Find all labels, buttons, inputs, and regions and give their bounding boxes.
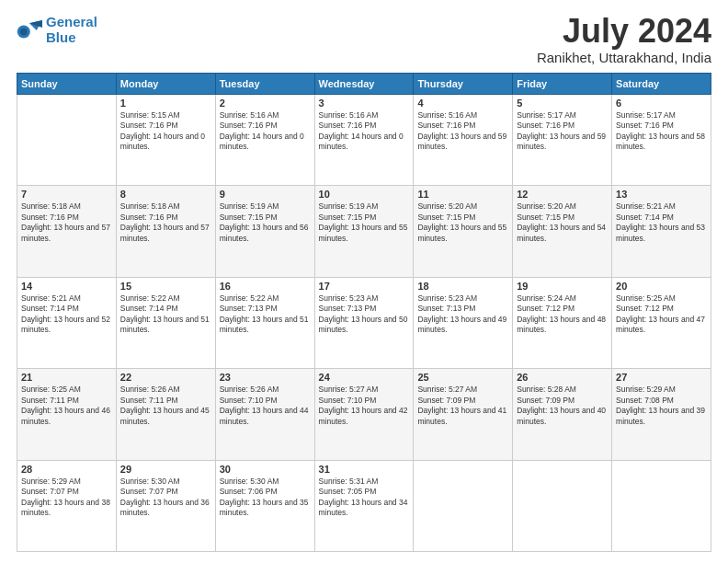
calendar-cell: 2Sunrise: 5:16 AMSunset: 7:16 PMDaylight… xyxy=(215,95,314,186)
day-info: Sunrise: 5:19 AMSunset: 7:15 PMDaylight:… xyxy=(319,201,410,244)
calendar-cell: 27Sunrise: 5:29 AMSunset: 7:08 PMDayligh… xyxy=(612,369,711,460)
calendar-cell: 9Sunrise: 5:19 AMSunset: 7:15 PMDaylight… xyxy=(215,186,314,277)
calendar-cell xyxy=(513,460,612,551)
day-info: Sunrise: 5:25 AMSunset: 7:12 PMDaylight:… xyxy=(616,293,707,336)
day-number: 31 xyxy=(319,464,410,475)
weekday-header-tuesday: Tuesday xyxy=(215,74,314,95)
day-info: Sunrise: 5:20 AMSunset: 7:15 PMDaylight:… xyxy=(517,201,608,244)
day-info: Sunrise: 5:21 AMSunset: 7:14 PMDaylight:… xyxy=(21,293,112,336)
day-info: Sunrise: 5:19 AMSunset: 7:15 PMDaylight:… xyxy=(220,201,311,244)
day-number: 30 xyxy=(220,464,311,475)
calendar-cell: 11Sunrise: 5:20 AMSunset: 7:15 PMDayligh… xyxy=(414,186,513,277)
day-info: Sunrise: 5:20 AMSunset: 7:15 PMDaylight:… xyxy=(417,201,508,244)
logo-text: General Blue xyxy=(46,15,97,45)
day-number: 27 xyxy=(616,372,707,383)
header: General Blue July 2024 Ranikhet, Uttarak… xyxy=(17,15,711,65)
calendar-cell: 21Sunrise: 5:25 AMSunset: 7:11 PMDayligh… xyxy=(17,369,117,460)
calendar-cell: 3Sunrise: 5:16 AMSunset: 7:16 PMDaylight… xyxy=(314,95,414,186)
calendar-cell: 31Sunrise: 5:31 AMSunset: 7:05 PMDayligh… xyxy=(314,460,414,551)
weekday-header-sunday: Sunday xyxy=(17,74,117,95)
day-number: 2 xyxy=(220,98,311,109)
calendar-week-row: 14Sunrise: 5:21 AMSunset: 7:14 PMDayligh… xyxy=(17,277,711,368)
calendar-cell: 29Sunrise: 5:30 AMSunset: 7:07 PMDayligh… xyxy=(116,460,215,551)
day-info: Sunrise: 5:18 AMSunset: 7:16 PMDaylight:… xyxy=(120,201,211,244)
day-number: 8 xyxy=(120,189,211,200)
calendar-cell: 12Sunrise: 5:20 AMSunset: 7:15 PMDayligh… xyxy=(513,186,612,277)
day-info: Sunrise: 5:30 AMSunset: 7:07 PMDaylight:… xyxy=(120,477,211,519)
day-number: 18 xyxy=(417,281,508,292)
calendar-cell xyxy=(414,460,513,551)
day-number: 22 xyxy=(120,372,211,383)
calendar-cell: 25Sunrise: 5:27 AMSunset: 7:09 PMDayligh… xyxy=(414,369,513,460)
day-number: 28 xyxy=(21,464,112,475)
day-number: 3 xyxy=(319,98,410,109)
day-number: 12 xyxy=(517,189,608,200)
day-info: Sunrise: 5:29 AMSunset: 7:07 PMDaylight:… xyxy=(21,477,112,519)
calendar-cell: 15Sunrise: 5:22 AMSunset: 7:14 PMDayligh… xyxy=(116,277,215,368)
day-info: Sunrise: 5:29 AMSunset: 7:08 PMDaylight:… xyxy=(616,385,707,427)
day-info: Sunrise: 5:16 AMSunset: 7:16 PMDaylight:… xyxy=(220,110,311,153)
day-number: 1 xyxy=(120,98,211,109)
calendar-cell: 7Sunrise: 5:18 AMSunset: 7:16 PMDaylight… xyxy=(17,186,117,277)
day-info: Sunrise: 5:23 AMSunset: 7:13 PMDaylight:… xyxy=(319,293,410,336)
day-info: Sunrise: 5:25 AMSunset: 7:11 PMDaylight:… xyxy=(21,385,112,427)
calendar-cell: 20Sunrise: 5:25 AMSunset: 7:12 PMDayligh… xyxy=(612,277,711,368)
location-title: Ranikhet, Uttarakhand, India xyxy=(537,50,711,65)
day-number: 7 xyxy=(21,189,112,200)
weekday-header-monday: Monday xyxy=(116,74,215,95)
day-info: Sunrise: 5:18 AMSunset: 7:16 PMDaylight:… xyxy=(21,201,112,244)
calendar-cell: 19Sunrise: 5:24 AMSunset: 7:12 PMDayligh… xyxy=(513,277,612,368)
day-number: 14 xyxy=(21,281,112,292)
day-info: Sunrise: 5:16 AMSunset: 7:16 PMDaylight:… xyxy=(319,110,410,153)
day-info: Sunrise: 5:15 AMSunset: 7:16 PMDaylight:… xyxy=(120,110,211,153)
day-number: 17 xyxy=(319,281,410,292)
calendar-cell: 22Sunrise: 5:26 AMSunset: 7:11 PMDayligh… xyxy=(116,369,215,460)
day-number: 23 xyxy=(220,372,311,383)
day-info: Sunrise: 5:22 AMSunset: 7:14 PMDaylight:… xyxy=(120,293,211,336)
calendar-week-row: 28Sunrise: 5:29 AMSunset: 7:07 PMDayligh… xyxy=(17,460,711,551)
calendar-week-row: 21Sunrise: 5:25 AMSunset: 7:11 PMDayligh… xyxy=(17,369,711,460)
weekday-header-wednesday: Wednesday xyxy=(314,74,414,95)
weekday-header-friday: Friday xyxy=(513,74,612,95)
calendar-cell: 5Sunrise: 5:17 AMSunset: 7:16 PMDaylight… xyxy=(513,95,612,186)
calendar-cell: 23Sunrise: 5:26 AMSunset: 7:10 PMDayligh… xyxy=(215,369,314,460)
day-number: 6 xyxy=(616,98,707,109)
day-number: 19 xyxy=(517,281,608,292)
calendar-cell: 4Sunrise: 5:16 AMSunset: 7:16 PMDaylight… xyxy=(414,95,513,186)
day-number: 29 xyxy=(120,464,211,475)
calendar-cell: 10Sunrise: 5:19 AMSunset: 7:15 PMDayligh… xyxy=(314,186,414,277)
calendar-cell: 13Sunrise: 5:21 AMSunset: 7:14 PMDayligh… xyxy=(612,186,711,277)
day-info: Sunrise: 5:30 AMSunset: 7:06 PMDaylight:… xyxy=(220,477,311,519)
day-number: 11 xyxy=(417,189,508,200)
calendar-cell: 16Sunrise: 5:22 AMSunset: 7:13 PMDayligh… xyxy=(215,277,314,368)
day-info: Sunrise: 5:17 AMSunset: 7:16 PMDaylight:… xyxy=(616,110,707,153)
day-number: 10 xyxy=(319,189,410,200)
weekday-header-row: SundayMondayTuesdayWednesdayThursdayFrid… xyxy=(17,74,711,95)
calendar-cell: 30Sunrise: 5:30 AMSunset: 7:06 PMDayligh… xyxy=(215,460,314,551)
day-info: Sunrise: 5:16 AMSunset: 7:16 PMDaylight:… xyxy=(417,110,508,153)
title-block: July 2024 Ranikhet, Uttarakhand, India xyxy=(537,15,711,65)
day-info: Sunrise: 5:28 AMSunset: 7:09 PMDaylight:… xyxy=(517,385,608,427)
day-info: Sunrise: 5:27 AMSunset: 7:09 PMDaylight:… xyxy=(417,385,508,427)
calendar-cell: 6Sunrise: 5:17 AMSunset: 7:16 PMDaylight… xyxy=(612,95,711,186)
day-info: Sunrise: 5:31 AMSunset: 7:05 PMDaylight:… xyxy=(319,477,410,519)
calendar-cell: 24Sunrise: 5:27 AMSunset: 7:10 PMDayligh… xyxy=(314,369,414,460)
calendar-page: General Blue July 2024 Ranikhet, Uttarak… xyxy=(0,0,728,563)
day-number: 21 xyxy=(21,372,112,383)
day-info: Sunrise: 5:17 AMSunset: 7:16 PMDaylight:… xyxy=(517,110,608,153)
calendar-cell: 18Sunrise: 5:23 AMSunset: 7:13 PMDayligh… xyxy=(414,277,513,368)
day-info: Sunrise: 5:27 AMSunset: 7:10 PMDaylight:… xyxy=(319,385,410,427)
calendar-table: SundayMondayTuesdayWednesdayThursdayFrid… xyxy=(17,73,711,552)
calendar-week-row: 1Sunrise: 5:15 AMSunset: 7:16 PMDaylight… xyxy=(17,95,711,186)
day-info: Sunrise: 5:22 AMSunset: 7:13 PMDaylight:… xyxy=(220,293,311,336)
calendar-cell: 28Sunrise: 5:29 AMSunset: 7:07 PMDayligh… xyxy=(17,460,117,551)
calendar-cell: 26Sunrise: 5:28 AMSunset: 7:09 PMDayligh… xyxy=(513,369,612,460)
day-number: 26 xyxy=(517,372,608,383)
calendar-cell: 14Sunrise: 5:21 AMSunset: 7:14 PMDayligh… xyxy=(17,277,117,368)
day-info: Sunrise: 5:26 AMSunset: 7:10 PMDaylight:… xyxy=(220,385,311,427)
weekday-header-thursday: Thursday xyxy=(414,74,513,95)
day-number: 16 xyxy=(220,281,311,292)
calendar-cell xyxy=(612,460,711,551)
day-info: Sunrise: 5:24 AMSunset: 7:12 PMDaylight:… xyxy=(517,293,608,336)
day-number: 13 xyxy=(616,189,707,200)
